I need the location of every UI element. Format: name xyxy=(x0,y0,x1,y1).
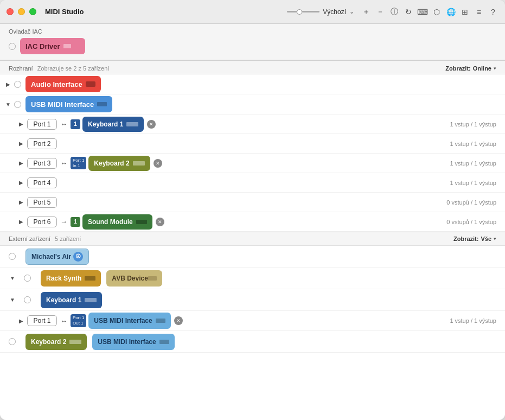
ext-usb-midi2-chip[interactable]: USB MIDI Interface xyxy=(92,334,174,350)
window-title: MIDI Studio xyxy=(45,8,84,16)
ext-usb-midi-label: USB MIDI Interface xyxy=(94,317,152,324)
sm-num-badge: 1 xyxy=(71,217,80,227)
port6-close-button[interactable]: ✕ xyxy=(156,218,164,226)
rack-radio[interactable] xyxy=(24,275,31,282)
usb-midi-chip[interactable]: USB MIDI Interface xyxy=(25,96,112,112)
port1-io: 1 vstup / 1 výstup xyxy=(450,121,501,128)
content-area: Ovladač IAC IAC Driver Rozhraní Zobrazuj… xyxy=(0,24,505,420)
port4-row: ▶ Port 4 1 vstup / 1 výstup xyxy=(0,173,505,193)
port4-label: Port 4 xyxy=(33,179,50,187)
port4-box[interactable]: Port 4 xyxy=(27,177,57,188)
port3-io: 1 vstup / 1 výstup xyxy=(450,160,501,167)
ext-keyboard1-icon xyxy=(85,298,97,302)
expand-audio-icon[interactable]: ▶ xyxy=(4,80,12,88)
port5-label: Port 5 xyxy=(33,199,50,206)
info-icon[interactable]: ⓘ xyxy=(389,7,400,17)
show-label: Zobrazit: xyxy=(445,65,470,72)
bluetooth-icon: ⦿ xyxy=(75,253,81,259)
main-window: MIDI Studio Výchozí ⌄ ＋ － ⓘ ↻ ⌨ ⬡ 🌐 ⊞ ≡ … xyxy=(0,0,505,420)
ext-keyboard2-chip[interactable]: Keyboard 2 xyxy=(25,334,87,350)
usb-midi-label: USB MIDI Interface xyxy=(31,100,94,109)
port4-io: 1 vstup / 1 výstup xyxy=(450,180,501,186)
expand-port4-icon[interactable]: ▶ xyxy=(17,179,25,187)
port3-row: ▶ Port 3 ↔ Port 1 In 1 Keyboard 2 ✕ 1 vs… xyxy=(0,154,505,173)
chevron-down-icon[interactable]: ▾ xyxy=(494,66,496,71)
port1-arrow: ↔ xyxy=(60,120,67,128)
fullscreen-button[interactable] xyxy=(29,8,36,15)
ext-kbd2-radio[interactable] xyxy=(9,338,16,345)
keyboard2-chip[interactable]: Keyboard 2 xyxy=(88,156,150,171)
port5-box[interactable]: Port 5 xyxy=(27,197,57,208)
online-value: Online xyxy=(473,65,491,72)
ext-keyboard1-label: Keyboard 1 xyxy=(46,296,81,304)
iac-driver-label: IAC Driver xyxy=(25,42,60,50)
ext-kbd1-port1-box[interactable]: Port 1 xyxy=(27,315,57,326)
iac-driver-chip[interactable]: IAC Driver xyxy=(20,38,85,54)
expand-port2-icon[interactable]: ▶ xyxy=(17,140,25,148)
external-header-right: Zobrazit: Vše ▾ xyxy=(453,236,496,242)
port1-row: ▶ Port 1 ↔ 1 Keyboard 1 ✕ 1 vstup / 1 vý… xyxy=(0,114,505,134)
audio-interface-chip[interactable]: Audio Interface xyxy=(25,76,101,92)
port2-io: 1 vstup / 1 výstup xyxy=(450,141,501,147)
ext-chevron-down-icon[interactable]: ▾ xyxy=(494,236,496,241)
keyboard-icon[interactable]: ⌨ xyxy=(417,7,428,17)
expand-usb-icon[interactable]: ▼ xyxy=(4,100,12,108)
port1-out1-badge: Port 1 Out 1 xyxy=(71,314,86,327)
port5-row: ▶ Port 5 0 vstupů / 1 výstup xyxy=(0,193,505,212)
interfaces-count: Zobrazuje se 2 z 5 zařízení xyxy=(37,65,110,72)
expand-ext-kbd1-port1-icon[interactable]: ▶ xyxy=(17,317,25,324)
expand-port1-icon[interactable]: ▶ xyxy=(17,120,25,128)
expand-port3-icon[interactable]: ▶ xyxy=(17,160,25,167)
external-section-header: Externí zařízení 5 zařízení Zobrazit: Vš… xyxy=(0,232,505,246)
iac-section: Ovladač IAC IAC Driver xyxy=(0,24,505,60)
expand-port5-icon[interactable]: ▶ xyxy=(17,199,25,206)
ext-usb-midi-chip[interactable]: USB MIDI Interface xyxy=(88,313,170,329)
ext-kbd1-radio[interactable] xyxy=(24,296,31,303)
minus-icon[interactable]: － xyxy=(375,7,386,17)
avb-device-chip[interactable]: AVB Device xyxy=(106,270,162,287)
port3-close-button[interactable]: ✕ xyxy=(154,159,162,168)
refresh-icon[interactable]: ↻ xyxy=(403,7,414,17)
interfaces-section-header: Rozhraní Zobrazuje se 2 z 5 zařízení Zob… xyxy=(0,61,505,74)
expand-rack-icon[interactable]: ▼ xyxy=(9,275,16,282)
sound-module-chip[interactable]: Sound Module xyxy=(82,214,152,230)
expand-ext-kbd1-icon[interactable]: ▼ xyxy=(9,296,16,304)
ext-keyboard2-row: Keyboard 2 USB MIDI Interface xyxy=(0,331,505,353)
port1-close-button[interactable]: ✕ xyxy=(147,120,156,129)
port3-box[interactable]: Port 3 xyxy=(27,158,57,169)
volume-slider[interactable]: Výchozí ⌄ xyxy=(287,8,354,16)
port1-box[interactable]: Port 1 xyxy=(27,119,57,130)
port6-arrow: → xyxy=(60,218,67,226)
external-header-left: Externí zařízení 5 zařízení xyxy=(9,236,81,242)
iac-radio[interactable] xyxy=(9,43,16,50)
port2-box[interactable]: Port 2 xyxy=(27,138,57,149)
help-icon[interactable]: ? xyxy=(488,7,498,17)
audio-interface-radio[interactable] xyxy=(14,81,21,88)
ext-usb-midi2-label: USB MIDI Interface xyxy=(98,338,156,346)
ext-keyboard1-chip[interactable]: Keyboard 1 xyxy=(41,292,102,308)
ext-kbd1-port1-row: ▶ Port 1 ↔ Port 1 Out 1 USB MIDI Interfa… xyxy=(0,311,505,331)
expand-port6-icon[interactable]: ▶ xyxy=(17,218,25,226)
port6-box[interactable]: Port 6 xyxy=(27,217,57,227)
grid-icon[interactable]: ⊞ xyxy=(459,7,470,17)
bluetooth-icon[interactable]: ⬡ xyxy=(431,7,442,17)
close-button[interactable] xyxy=(7,8,14,15)
add-icon[interactable]: ＋ xyxy=(361,7,372,17)
keyboard2-label: Keyboard 2 xyxy=(94,160,129,167)
ext-port1-close-button[interactable]: ✕ xyxy=(174,316,183,325)
port5-io: 0 vstupů / 1 výstup xyxy=(446,199,501,206)
michaels-air-radio[interactable] xyxy=(9,253,16,260)
network-icon[interactable]: 🌐 xyxy=(445,7,456,17)
interfaces-label: Rozhraní xyxy=(9,65,33,72)
list-icon[interactable]: ≡ xyxy=(474,7,484,17)
keyboard1-chip[interactable]: Keyboard 1 xyxy=(82,117,144,132)
minimize-button[interactable] xyxy=(18,8,25,15)
ext-port1-io: 1 vstup / 1 výstup xyxy=(450,317,501,324)
sound-module-icon xyxy=(136,220,147,224)
rack-avb-row: ▼ Rack Synth AVB Device xyxy=(0,268,505,289)
port2-row: ▶ Port 2 1 vstup / 1 výstup xyxy=(0,134,505,154)
michaels-air-chip[interactable]: Michael's Air ⦿ xyxy=(25,249,89,265)
usb-midi-radio[interactable] xyxy=(14,101,21,108)
port6-row: ▶ Port 6 → 1 Sound Module ✕ 0 vstupů / 1… xyxy=(0,212,505,232)
rack-synth-chip[interactable]: Rack Synth xyxy=(41,270,101,287)
